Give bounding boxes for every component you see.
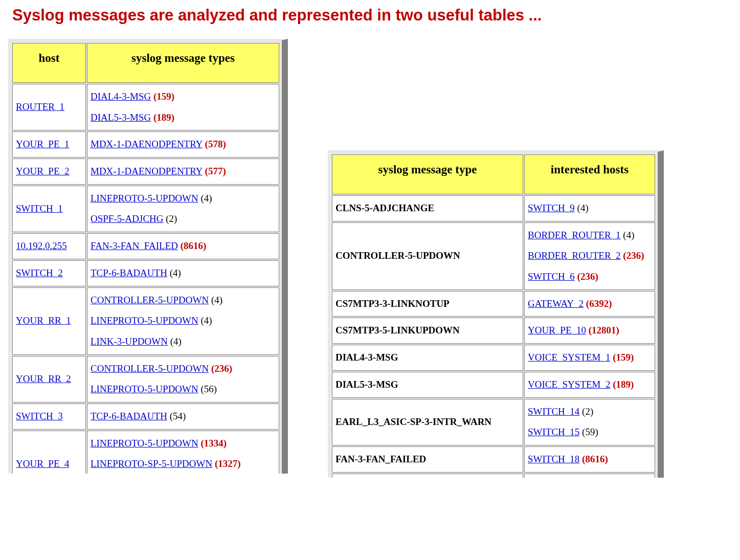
msgtype-cell: DIAL5-3-MSG [332, 372, 523, 398]
message-entry: MDX-1-DAENODPENTRY (577) [91, 161, 275, 182]
table-row: FAN-3-FAN_FAILEDSWITCH_18 (8616) [332, 446, 655, 473]
host-link[interactable]: YOUR_PE_4 [16, 458, 70, 469]
host-count: (236) [623, 250, 644, 261]
tables-container: host syslog message types ROUTER_1DIAL4-… [10, 39, 730, 478]
hosts-cell: SWITCH_14 (2)SWITCH_15 (59) [524, 399, 655, 445]
message-link[interactable]: LINEPROTO-5-UPDOWN [91, 384, 198, 394]
hosts-cell: SWITCH_9 (4) [524, 195, 655, 221]
messages-cell: LINEPROTO-5-UPDOWN (4)OSPF-5-ADJCHG (2) [87, 186, 279, 232]
host-link[interactable]: GATEWAY_2 [528, 298, 584, 309]
table-row: IF-4-BACKWARD_COUNTERSYOUR_PE_10 (10) [332, 474, 655, 478]
message-link[interactable]: TCP-6-BADAUTH [91, 411, 167, 421]
message-entry: LINEPROTO-SP-5-UPDOWN (1327) [91, 454, 275, 474]
host-count: (236) [577, 271, 598, 282]
message-entry: TCP-6-BADAUTH (54) [91, 406, 275, 427]
host-link[interactable]: SWITCH_14 [528, 406, 579, 417]
host-link[interactable]: SWITCH_1 [16, 203, 63, 214]
messages-cell: LINEPROTO-5-UPDOWN (1334)LINEPROTO-SP-5-… [87, 431, 279, 474]
msgtype-cell: FAN-3-FAN_FAILED [332, 446, 523, 473]
hosts-cell: YOUR_PE_10 (12801) [524, 318, 655, 344]
host-entry: YOUR_PE_10 (12801) [528, 320, 651, 341]
host-link[interactable]: 10.192.0.255 [16, 240, 67, 251]
host-link[interactable]: SWITCH_2 [16, 267, 63, 278]
message-entry: TCP-6-BADAUTH (4) [91, 263, 275, 284]
message-count: (8616) [181, 240, 207, 251]
hosts-cell: VOICE_SYSTEM_1 (159) [524, 345, 655, 371]
host-link[interactable]: ROUTER_1 [16, 101, 64, 112]
message-entry: FAN-3-FAN_FAILED (8616) [91, 236, 275, 257]
host-link[interactable]: SWITCH_18 [528, 454, 579, 464]
hosts-cell: VOICE_SYSTEM_2 (189) [524, 372, 655, 398]
host-link[interactable]: VOICE_SYSTEM_1 [528, 352, 611, 363]
table-row: DIAL5-3-MSGVOICE_SYSTEM_2 (189) [332, 372, 655, 398]
message-count: (56) [201, 384, 217, 394]
message-entry: LINEPROTO-5-UPDOWN (1334) [91, 433, 275, 454]
table-row: CS7MTP3-5-LINKUPDOWNYOUR_PE_10 (12801) [332, 318, 655, 344]
message-link[interactable]: MDX-1-DAENODPENTRY [91, 166, 203, 176]
message-link[interactable]: CONTROLLER-5-UPDOWN [91, 295, 209, 305]
message-entry: CONTROLLER-5-UPDOWN (236) [91, 359, 275, 379]
col-host: host [12, 43, 86, 83]
host-link[interactable]: SWITCH_9 [528, 203, 575, 213]
table-row: YOUR_PE_2MDX-1-DAENODPENTRY (577) [12, 159, 279, 185]
message-count: (1327) [215, 458, 241, 469]
message-link[interactable]: LINEPROTO-5-UPDOWN [91, 438, 198, 449]
host-link[interactable]: YOUR_RR_1 [16, 315, 71, 326]
table-row: 10.192.0.255FAN-3-FAN_FAILED (8616) [12, 233, 279, 259]
host-entry: BORDER_ROUTER_2 (236) [528, 245, 651, 266]
message-link[interactable]: CONTROLLER-5-UPDOWN [91, 363, 209, 374]
host-cell: YOUR_PE_4 [12, 431, 86, 474]
host-cell: SWITCH_3 [12, 404, 86, 430]
message-link[interactable]: DIAL4-3-MSG [91, 91, 151, 102]
host-link[interactable]: SWITCH_15 [528, 427, 579, 437]
messages-cell: MDX-1-DAENODPENTRY (577) [87, 159, 279, 185]
host-link[interactable]: YOUR_PE_2 [16, 166, 70, 176]
host-link[interactable]: YOUR_RR_2 [16, 373, 71, 384]
table-row: DIAL4-3-MSGVOICE_SYSTEM_1 (159) [332, 345, 655, 371]
host-link[interactable]: SWITCH_3 [16, 411, 63, 421]
message-count: (577) [205, 166, 226, 176]
table-row: CS7MTP3-3-LINKNOTUPGATEWAY_2 (6392) [332, 291, 655, 317]
message-link[interactable]: MDX-1-DAENODPENTRY [91, 139, 203, 149]
host-count: (4) [577, 203, 589, 213]
table-row: YOUR_RR_2CONTROLLER-5-UPDOWN (236)LINEPR… [12, 356, 279, 402]
host-link[interactable]: BORDER_ROUTER_1 [528, 230, 621, 240]
message-link[interactable]: LINEPROTO-5-UPDOWN [91, 315, 198, 326]
host-link[interactable]: YOUR_PE_10 [528, 325, 586, 335]
message-link[interactable]: LINK-3-UPDOWN [91, 336, 168, 347]
message-link[interactable]: OSPF-5-ADJCHG [91, 213, 164, 224]
message-entry: MDX-1-DAENODPENTRY (578) [91, 134, 275, 155]
table-row: YOUR_PE_4LINEPROTO-5-UPDOWN (1334)LINEPR… [12, 431, 279, 474]
table-row: ROUTER_1DIAL4-3-MSG (159)DIAL5-3-MSG (18… [12, 84, 279, 130]
host-cell: ROUTER_1 [12, 84, 86, 130]
message-count: (578) [205, 139, 226, 149]
message-entry: LINEPROTO-5-UPDOWN (4) [91, 310, 275, 331]
message-link[interactable]: FAN-3-FAN_FAILED [91, 240, 178, 251]
host-cell: YOUR_RR_1 [12, 287, 86, 355]
message-count: (54) [170, 411, 186, 421]
host-link[interactable]: VOICE_SYSTEM_2 [528, 379, 611, 390]
message-count: (189) [153, 112, 174, 123]
host-count: (159) [613, 352, 634, 363]
message-link[interactable]: TCP-6-BADAUTH [91, 267, 167, 278]
msgtype-cell: DIAL4-3-MSG [332, 345, 523, 371]
host-link[interactable]: SWITCH_6 [528, 271, 575, 282]
host-link[interactable]: BORDER_ROUTER_2 [528, 250, 621, 261]
host-count: (12801) [589, 325, 619, 335]
message-count: (159) [153, 91, 174, 102]
table-header-row: syslog message type interested hosts [332, 154, 655, 194]
host-count: (2) [582, 406, 593, 417]
message-link[interactable]: DIAL5-3-MSG [91, 112, 151, 123]
msgtype-table-outer: syslog message type interested hosts CLN… [328, 150, 664, 478]
message-link[interactable]: LINEPROTO-5-UPDOWN [91, 193, 198, 204]
messages-cell: CONTROLLER-5-UPDOWN (236)LINEPROTO-5-UPD… [87, 356, 279, 402]
host-entry: YOUR_PE_10 (10) [528, 476, 651, 478]
left-table-wrap: host syslog message types ROUTER_1DIAL4-… [8, 39, 288, 474]
message-count: (4) [201, 315, 212, 326]
host-link[interactable]: YOUR_PE_1 [16, 139, 70, 149]
message-link[interactable]: LINEPROTO-SP-5-UPDOWN [91, 458, 212, 469]
message-count: (4) [170, 267, 181, 278]
msgtype-label: EARL_L3_ASIC-SP-3-INTR_WARN [335, 416, 491, 427]
msgtype-label: DIAL5-3-MSG [335, 379, 398, 390]
host-count: (8616) [582, 454, 608, 464]
